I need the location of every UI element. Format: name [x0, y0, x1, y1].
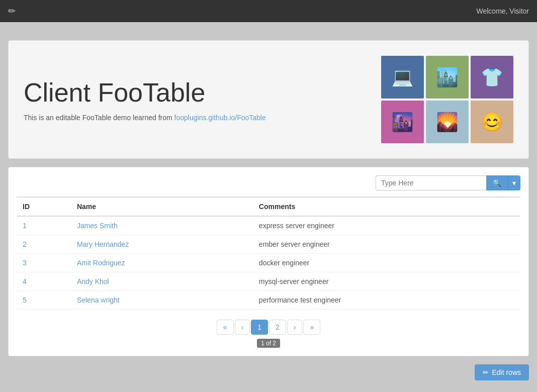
edit-rows-button[interactable]: ✏ Edit rows	[475, 364, 529, 380]
col-header-name: Name	[71, 197, 253, 216]
id-link[interactable]: 1	[23, 222, 27, 230]
table-row: 4Andy Kholmysql-server engineer	[17, 272, 520, 291]
table-row: 1James Smithexpress server engineer	[17, 216, 520, 235]
thumbnail-5	[426, 101, 469, 143]
table-header: ID Name Comments	[17, 197, 520, 216]
cell-id: 5	[17, 291, 71, 310]
col-header-comments: Comments	[253, 197, 520, 216]
name-link[interactable]: Andy Khol	[77, 277, 109, 285]
topbar: ✏ Welcome, Visitor	[0, 0, 537, 22]
pagination-next[interactable]: ›	[287, 320, 303, 335]
id-link[interactable]: 4	[23, 277, 27, 285]
col-header-id: ID	[17, 197, 71, 216]
cell-comments: mysql-server engineer	[253, 272, 520, 291]
cell-name: Amit Rodriguez	[71, 254, 253, 272]
id-link[interactable]: 5	[23, 296, 27, 304]
cell-comments: docker engineer	[253, 254, 520, 272]
cell-comments: express server engineer	[253, 216, 520, 235]
id-link[interactable]: 2	[23, 240, 27, 248]
table-body: 1James Smithexpress server engineer2Mary…	[17, 216, 520, 310]
hero-description-prefix: This is an editable FooTable demo learne…	[24, 114, 172, 122]
cell-name: James Smith	[71, 216, 253, 235]
cell-id: 4	[17, 272, 71, 291]
name-link[interactable]: Amit Rodriguez	[77, 259, 125, 267]
id-link[interactable]: 3	[23, 259, 27, 267]
thumbnail-6	[471, 101, 513, 143]
cell-id: 1	[17, 216, 71, 235]
cell-comments: performance test engineer	[253, 291, 520, 310]
thumbnail-2	[426, 56, 469, 99]
pagination-page-1[interactable]: 1	[251, 320, 268, 335]
cell-id: 2	[17, 235, 71, 254]
cell-name: Selena wright	[71, 291, 253, 310]
pagination-page-2[interactable]: 2	[269, 320, 286, 335]
thumbnail-3	[471, 56, 513, 99]
table-row: 2Mary Hernandezember server engineer	[17, 235, 520, 254]
search-button[interactable]: 🔍	[486, 175, 508, 190]
table-row: 3Amit Rodriguezdocker engineer	[17, 254, 520, 272]
pagination-prev[interactable]: ‹	[235, 320, 250, 335]
pagination-first[interactable]: «	[217, 320, 234, 335]
hero-section: Client FooTable This is an editable FooT…	[8, 40, 529, 159]
name-link[interactable]: Selena wright	[77, 296, 120, 304]
hero-title: Client FooTable	[24, 77, 266, 108]
chevron-down-icon: ▾	[512, 179, 516, 187]
pagination-last[interactable]: »	[303, 320, 320, 335]
hero-description: This is an editable FooTable demo learne…	[24, 114, 266, 122]
search-input[interactable]	[376, 175, 486, 190]
hero-text: Client FooTable This is an editable FooT…	[24, 77, 266, 122]
pagination: « ‹ 1 2 › »	[217, 320, 321, 335]
hero-link[interactable]: fooplugins.github.io/FooTable	[174, 114, 266, 122]
welcome-text: Welcome, Visitor	[476, 7, 529, 15]
thumbnail-1	[381, 56, 424, 99]
cell-name: Mary Hernandez	[71, 235, 253, 254]
cell-name: Andy Khol	[71, 272, 253, 291]
name-link[interactable]: James Smith	[77, 222, 118, 230]
thumbnail-4	[381, 101, 424, 143]
table-header-row: ID Name Comments	[17, 197, 520, 216]
page-info: 1 of 2	[257, 339, 280, 348]
edit-rows-wrapper: ✏ Edit rows	[8, 364, 529, 380]
cell-comments: ember server engineer	[253, 235, 520, 254]
search-bar: 🔍 ▾	[17, 175, 520, 190]
edit-icon: ✏	[483, 368, 489, 376]
name-link[interactable]: Mary Hernandez	[77, 240, 129, 248]
cell-id: 3	[17, 254, 71, 272]
table-section: 🔍 ▾ ID Name Comments 1James Smithexpress…	[8, 167, 529, 356]
pagination-wrapper: « ‹ 1 2 › » 1 of 2	[17, 320, 520, 348]
table-row: 5Selena wrightperformance test engineer	[17, 291, 520, 310]
pencil-icon: ✏	[8, 6, 16, 17]
search-dropdown-button[interactable]: ▾	[508, 175, 520, 190]
data-table: ID Name Comments 1James Smithexpress ser…	[17, 197, 520, 310]
main-wrapper: Client FooTable This is an editable FooT…	[0, 22, 537, 392]
edit-rows-label: Edit rows	[492, 368, 521, 376]
search-icon: 🔍	[493, 179, 501, 187]
hero-images	[381, 56, 513, 143]
